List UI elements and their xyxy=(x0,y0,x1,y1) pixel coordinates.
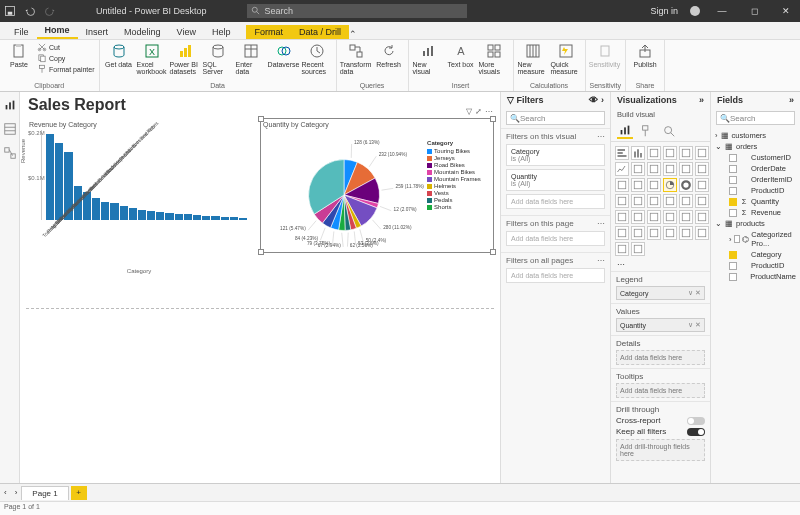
filter-menu-icon[interactable]: ⋯ xyxy=(597,219,605,228)
quick-measure-button[interactable]: Quick measure xyxy=(551,42,581,75)
viz-clustered-bar[interactable] xyxy=(647,146,661,160)
tab-modeling[interactable]: Modeling xyxy=(116,25,169,39)
field-CustomerID[interactable]: CustomerID xyxy=(715,152,796,163)
bar[interactable] xyxy=(129,208,137,220)
field-Categorized Pro...[interactable]: ›⌬Categorized Pro... xyxy=(715,229,796,249)
bar[interactable] xyxy=(138,210,146,220)
report-canvas[interactable]: Sales Report Revenue by Category Revenue… xyxy=(20,92,500,483)
expand-filters-icon[interactable]: › xyxy=(601,95,604,105)
sql-button[interactable]: SQL Server xyxy=(203,42,233,75)
field-OrderDate[interactable]: OrderDate xyxy=(715,163,796,174)
legend-item[interactable]: Pedals xyxy=(427,197,491,203)
field-ProductID[interactable]: ProductID xyxy=(715,260,796,271)
legend-item[interactable]: Road Bikes xyxy=(427,162,491,168)
recent-sources-button[interactable]: Recent sources xyxy=(302,42,332,75)
viz-stacked-area[interactable] xyxy=(647,162,661,176)
viz-treemap[interactable] xyxy=(695,178,709,192)
keep-filters-toggle[interactable] xyxy=(687,428,705,436)
viz-paginated-report[interactable] xyxy=(679,226,693,240)
bar[interactable] xyxy=(147,211,155,220)
viz-100-stacked-bar[interactable] xyxy=(679,146,693,160)
bar[interactable] xyxy=(211,216,219,220)
legend-item[interactable]: Vests xyxy=(427,190,491,196)
cross-report-toggle[interactable] xyxy=(687,417,705,425)
fields-search[interactable]: 🔍 Search xyxy=(716,111,795,125)
publish-button[interactable]: Publish xyxy=(630,42,660,68)
viz-smart-narrative[interactable] xyxy=(663,226,677,240)
excel-button[interactable]: XExcel workbook xyxy=(137,42,167,75)
bar[interactable] xyxy=(230,217,238,220)
viz-waterfall[interactable] xyxy=(615,178,629,192)
show-filter-icon[interactable]: 👁 xyxy=(589,95,598,105)
format-painter-button[interactable]: Format painter xyxy=(37,64,95,74)
page-prev-icon[interactable]: ‹ xyxy=(0,488,11,497)
get-data-button[interactable]: Get data xyxy=(104,42,134,68)
legend-item[interactable]: Mountain Frames xyxy=(427,176,491,182)
viz-kpi[interactable] xyxy=(615,210,629,224)
legend-item[interactable]: Jerseys xyxy=(427,155,491,161)
table-products[interactable]: ⌄▦products xyxy=(715,218,796,229)
filter-menu-icon[interactable]: ⋯ xyxy=(597,256,605,265)
redo-icon[interactable] xyxy=(44,5,56,17)
add-page-button[interactable]: + xyxy=(71,486,87,500)
viz-line[interactable] xyxy=(615,162,629,176)
bar[interactable] xyxy=(193,215,201,220)
field-Category[interactable]: Category xyxy=(715,249,796,260)
page-tab[interactable]: Page 1 xyxy=(21,486,68,500)
viz-py-visual[interactable] xyxy=(695,210,709,224)
bar[interactable] xyxy=(120,206,128,220)
viz-funnel[interactable] xyxy=(631,178,645,192)
more-visuals-button[interactable]: More visuals xyxy=(479,42,509,75)
filter-menu-icon[interactable]: ⋯ xyxy=(597,132,605,141)
table-orders[interactable]: ⌄▦orders xyxy=(715,141,796,152)
transform-data-button[interactable]: Transform data xyxy=(341,42,371,75)
viz-donut[interactable] xyxy=(679,178,693,192)
table-customers[interactable]: ›▦customers xyxy=(715,130,796,141)
legend-well[interactable]: Category∨ ✕ xyxy=(616,286,705,300)
tab-view[interactable]: View xyxy=(169,25,204,39)
viz-r-visual[interactable] xyxy=(679,210,693,224)
undo-icon[interactable] xyxy=(24,5,36,17)
refresh-button[interactable]: Refresh xyxy=(374,42,404,68)
expand-fields-icon[interactable]: » xyxy=(789,95,794,105)
viz-scatter[interactable] xyxy=(647,178,661,192)
viz-ribbon[interactable] xyxy=(695,162,709,176)
tab-format[interactable]: Format xyxy=(246,25,291,39)
viz-line-clustered-column[interactable] xyxy=(679,162,693,176)
viz-slicer[interactable] xyxy=(631,210,645,224)
analytics-tab[interactable] xyxy=(661,123,677,139)
viz-qa[interactable] xyxy=(647,226,661,240)
more-options-icon[interactable]: ⋯ xyxy=(485,107,493,116)
close-button[interactable]: ✕ xyxy=(776,6,796,16)
tooltips-drop[interactable]: Add data fields here xyxy=(616,383,705,398)
drill-drop[interactable]: Add drill-through fields here xyxy=(616,439,705,461)
filter-drop[interactable]: Add data fields here xyxy=(506,231,605,246)
viz-area[interactable] xyxy=(631,162,645,176)
viz-stacked-bar[interactable] xyxy=(615,146,629,160)
bar[interactable] xyxy=(175,214,183,220)
viz-key-influencers[interactable] xyxy=(615,226,629,240)
field-ProductID[interactable]: ProductID xyxy=(715,185,796,196)
pbi-datasets-button[interactable]: Power BI datasets xyxy=(170,42,200,75)
viz-table[interactable] xyxy=(647,210,661,224)
filters-search[interactable]: 🔍 Search xyxy=(506,111,605,125)
text-box-button[interactable]: AText box xyxy=(446,42,476,68)
viz-multi-row-card[interactable] xyxy=(695,194,709,208)
tab-insert[interactable]: Insert xyxy=(78,25,117,39)
legend-item[interactable]: Mountain Bikes xyxy=(427,169,491,175)
field-Quantity[interactable]: ΣQuantity xyxy=(715,196,796,207)
tab-file[interactable]: File xyxy=(6,25,37,39)
field-Revenue[interactable]: ΣRevenue xyxy=(715,207,796,218)
ribbon-collapse-icon[interactable]: ⌃ xyxy=(349,29,363,39)
format-tab[interactable] xyxy=(639,123,655,139)
viz-gauge[interactable] xyxy=(663,194,677,208)
filter-drop[interactable]: Add data fields here xyxy=(506,268,605,283)
filter-icon[interactable]: ▽ xyxy=(466,107,472,116)
filter-card[interactable]: Categoryis (All) xyxy=(506,144,605,166)
expand-vis-icon[interactable]: » xyxy=(699,95,704,105)
tab-data-drill[interactable]: Data / Drill xyxy=(291,25,349,39)
tab-help[interactable]: Help xyxy=(204,25,239,39)
viz-power-apps[interactable] xyxy=(695,226,709,240)
save-icon[interactable] xyxy=(4,5,16,17)
dataverse-button[interactable]: Dataverse xyxy=(269,42,299,68)
